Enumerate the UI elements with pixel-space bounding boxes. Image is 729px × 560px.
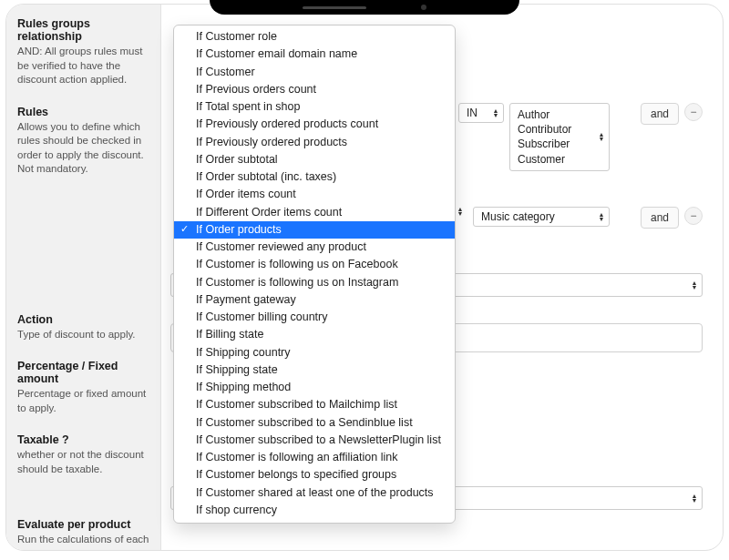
section-desc: Allows you to define which rules should …: [17, 120, 151, 177]
category-value: Music category: [481, 210, 555, 223]
section-title: Rules: [17, 106, 151, 118]
dropdown-item[interactable]: If Shipping state: [174, 361, 455, 379]
role-option[interactable]: Author: [518, 107, 590, 122]
role-option[interactable]: Contributor: [518, 122, 590, 137]
section-title: Evaluate per product: [17, 518, 151, 531]
section-title: Percentage / Fixed amount: [17, 360, 151, 385]
dropdown-item[interactable]: If Different Order items count: [174, 204, 455, 221]
dropdown-item[interactable]: If Previously ordered products: [174, 134, 455, 151]
section-title: Action: [17, 313, 151, 326]
roles-multiselect[interactable]: Author Contributor Subscriber Customer ▲…: [509, 103, 610, 171]
updown-icon: ▲▼: [690, 280, 699, 290]
updown-icon: ▲▼: [690, 494, 699, 503]
section-desc: AND: All groups rules must be verified t…: [17, 45, 151, 87]
dropdown-item[interactable]: If Payment gateway: [174, 291, 455, 309]
rule-type-dropdown[interactable]: If Customer roleIf Customer email domain…: [173, 25, 456, 524]
dropdown-item[interactable]: If Customer role: [174, 28, 455, 46]
dropdown-item[interactable]: If Previous orders count: [174, 81, 455, 98]
operator-value: IN: [467, 107, 477, 119]
dropdown-item[interactable]: If Shipping method: [174, 379, 455, 396]
section-desc: whether or not the discount should be ta…: [17, 448, 151, 476]
section-desc: Percentage or fixed amount to apply.: [17, 387, 151, 415]
dropdown-item[interactable]: If Order subtotal (inc. taxes): [174, 168, 455, 186]
dropdown-item[interactable]: If Customer shared at least one of the p…: [174, 484, 455, 502]
dropdown-item[interactable]: If Previously ordered products count: [174, 116, 455, 133]
role-option[interactable]: Customer: [518, 152, 590, 167]
dropdown-item[interactable]: If shop currency: [174, 502, 455, 519]
section-relationship: Rules groups relationship AND: All group…: [17, 17, 151, 87]
section-title: Taxable ?: [17, 433, 151, 446]
role-option[interactable]: Subscriber: [518, 137, 590, 151]
dropdown-item[interactable]: If Customer email domain name: [174, 46, 455, 63]
dropdown-item[interactable]: If Customer belongs to specified groups: [174, 466, 455, 484]
section-evaluate: Evaluate per product Run the calculation…: [17, 518, 151, 550]
minus-icon: −: [690, 209, 696, 222]
updown-icon: ▲▼: [597, 212, 606, 221]
dropdown-item[interactable]: If Order items count: [174, 186, 455, 203]
dropdown-item[interactable]: If Order products: [174, 221, 455, 239]
speaker-slot: [303, 6, 366, 9]
dropdown-item[interactable]: If Order subtotal: [174, 151, 455, 168]
device-frame: Rules groups relationship AND: All group…: [5, 4, 724, 551]
dropdown-item[interactable]: If Total spent in shop: [174, 98, 455, 116]
remove-rule-button[interactable]: −: [684, 103, 703, 121]
dropdown-item[interactable]: If Customer subscribed to Mailchimp list: [174, 396, 455, 413]
updown-icon: ▲▼: [456, 207, 465, 216]
section-desc: Type of discount to apply.: [17, 328, 151, 342]
operator-select[interactable]: IN ▲▼: [458, 103, 504, 123]
updown-icon: ▲▼: [491, 108, 500, 117]
remove-rule-button[interactable]: −: [684, 207, 703, 225]
device-notch: [210, 0, 519, 15]
section-action: Action Type of discount to apply.: [17, 313, 151, 342]
logic-join-button[interactable]: and: [641, 103, 679, 125]
dropdown-item[interactable]: If Billing state: [174, 326, 455, 343]
dropdown-item[interactable]: If Shipping country: [174, 344, 455, 361]
section-percentage: Percentage / Fixed amount Percentage or …: [17, 360, 151, 415]
dropdown-item[interactable]: If Customer is following an affiliation …: [174, 449, 455, 466]
dropdown-item[interactable]: If Customer subscribed to a NewsletterPl…: [174, 432, 455, 449]
category-select[interactable]: Music category ▲▼: [473, 207, 610, 227]
section-taxable: Taxable ? whether or not the discount sh…: [17, 433, 151, 476]
dropdown-item[interactable]: If Customer is following us on Instagram: [174, 274, 455, 291]
settings-sidebar: Rules groups relationship AND: All group…: [6, 5, 161, 550]
dropdown-item[interactable]: If Customer: [174, 64, 455, 81]
updown-icon: ▲▼: [597, 132, 606, 141]
logic-join-button[interactable]: and: [641, 207, 679, 229]
camera-dot: [421, 5, 426, 10]
section-desc: Run the calculations of each product in …: [17, 533, 151, 550]
dropdown-item[interactable]: If Customer is following us on Facebook: [174, 256, 455, 273]
dropdown-item[interactable]: If Customer subscribed to a Sendinblue l…: [174, 414, 455, 432]
section-title: Rules groups relationship: [17, 17, 151, 43]
minus-icon: −: [690, 106, 696, 118]
dropdown-item[interactable]: If Customer reviewed any product: [174, 239, 455, 256]
section-rules: Rules Allows you to define which rules s…: [17, 106, 151, 177]
dropdown-item[interactable]: If Customer billing country: [174, 309, 455, 326]
